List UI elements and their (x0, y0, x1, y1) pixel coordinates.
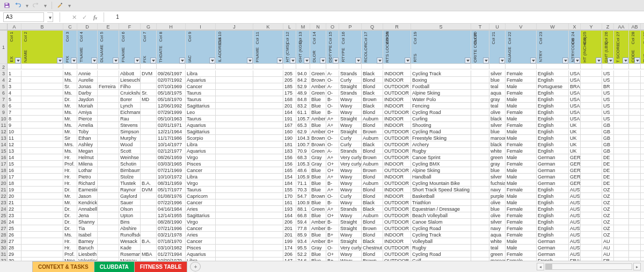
data-cell[interactable]: GB (602, 135, 614, 141)
data-cell[interactable]: DE (602, 154, 614, 161)
data-cell[interactable] (581, 161, 602, 167)
data-cell[interactable]: A- (326, 148, 339, 154)
data-cell[interactable]: UK (569, 122, 581, 128)
column-header[interactable]: L (283, 24, 296, 30)
data-cell[interactable] (141, 148, 157, 154)
data-cell[interactable] (614, 161, 629, 167)
data-cell[interactable] (141, 135, 157, 141)
data-cell[interactable]: 105.7 (296, 116, 310, 122)
data-cell[interactable]: Helmut (77, 154, 98, 161)
data-cell[interactable]: Moreau (119, 257, 141, 261)
data-cell[interactable] (216, 206, 253, 212)
data-cell[interactable] (21, 90, 63, 96)
column-header[interactable]: Z (602, 24, 614, 30)
data-cell[interactable]: Alpine Skiing (411, 167, 471, 174)
filter-icon[interactable] (608, 58, 613, 63)
data-cell[interactable]: Rugby (411, 148, 471, 154)
data-cell[interactable]: blue (489, 167, 506, 174)
data-cell[interactable] (98, 154, 119, 161)
field-header[interactable]: Col 10IL ADDRESS (216, 31, 253, 64)
data-cell[interactable] (581, 206, 602, 212)
data-cell[interactable] (614, 154, 629, 161)
filter-icon[interactable] (530, 58, 536, 63)
data-cell[interactable] (581, 257, 602, 261)
data-cell[interactable]: Aquarius (186, 251, 216, 257)
data-cell[interactable]: teal (489, 103, 506, 109)
data-cell[interactable]: Blond (362, 77, 383, 83)
data-cell[interactable] (629, 128, 641, 135)
data-cell[interactable] (98, 96, 119, 103)
data-cell[interactable]: AUSTRIA (569, 251, 581, 257)
data-cell[interactable] (471, 154, 489, 161)
data-cell[interactable]: Blond (362, 109, 383, 116)
data-cell[interactable]: Male (506, 116, 537, 122)
field-header[interactable]: Col 1EX (8, 31, 21, 64)
data-cell[interactable]: Blond (362, 193, 383, 199)
data-cell[interactable]: INDOOR (383, 103, 411, 109)
column-header[interactable]: G (141, 24, 157, 30)
data-cell[interactable]: Isabel (77, 232, 98, 238)
data-cell[interactable]: Moriah (77, 103, 98, 109)
field-header[interactable]: Col 29TUS (641, 31, 644, 64)
data-cell[interactable]: Cancer (186, 83, 216, 90)
data-cell[interactable] (471, 251, 489, 257)
data-cell[interactable] (98, 148, 119, 154)
data-cell[interactable] (581, 174, 602, 180)
data-cell[interactable]: AUSTRALIA (569, 232, 581, 238)
data-cell[interactable]: OUTDOOR (383, 257, 411, 261)
data-cell[interactable] (98, 238, 119, 245)
data-cell[interactable]: Basketball (411, 193, 471, 199)
data-cell[interactable]: AUSTRIA (569, 245, 581, 251)
data-cell[interactable]: 84.2 (296, 77, 310, 83)
data-cell[interactable]: Ms. (63, 90, 77, 96)
tab-context-tasks[interactable]: CONTEXT & TASKS (32, 261, 94, 273)
data-cell[interactable] (471, 219, 489, 225)
data-cell[interactable]: OUTDOOR (383, 135, 411, 141)
data-cell[interactable]: 11/17/1986 (157, 135, 186, 141)
data-cell[interactable] (629, 109, 641, 116)
data-cell[interactable]: 206 (283, 219, 296, 225)
data-cell[interactable]: Female (506, 206, 537, 212)
data-cell[interactable] (581, 212, 602, 219)
data-cell[interactable]: Auburn (362, 212, 383, 219)
data-cell[interactable]: 94.0 (296, 70, 310, 77)
data-cell[interactable]: 164 (283, 212, 296, 219)
data-cell[interactable]: DVM (141, 70, 157, 77)
data-cell[interactable]: US (602, 90, 614, 96)
data-cell[interactable]: 105.3 (296, 161, 310, 167)
data-cell[interactable] (253, 103, 283, 109)
data-cell[interactable]: Liesbeth (77, 251, 98, 257)
data-cell[interactable]: OUTDOOR (383, 206, 411, 212)
column-header[interactable]: O (326, 24, 339, 30)
data-cell[interactable]: 164 (283, 109, 296, 116)
field-header[interactable]: Col 15DDTYPE (326, 31, 339, 64)
data-cell[interactable] (141, 199, 157, 206)
data-cell[interactable]: Stolze (119, 174, 141, 180)
data-cell[interactable]: AU (602, 245, 614, 251)
data-cell[interactable] (581, 245, 602, 251)
data-cell[interactable]: Golf (411, 257, 471, 261)
data-cell[interactable]: GERMANY (569, 161, 581, 167)
data-cell[interactable] (216, 251, 253, 257)
data-cell[interactable]: Richard (77, 180, 98, 187)
data-cell[interactable]: English (537, 199, 569, 206)
data-cell[interactable]: 59.4 (296, 219, 310, 225)
data-cell[interactable]: 19 (8, 187, 21, 193)
data-cell[interactable] (614, 219, 629, 225)
filter-icon[interactable] (634, 58, 640, 63)
data-cell[interactable]: Blue (310, 251, 326, 257)
data-cell[interactable]: silver (489, 174, 506, 180)
data-cell[interactable]: OUTDOOR (383, 83, 411, 90)
data-cell[interactable] (471, 232, 489, 238)
data-cell[interactable] (614, 167, 629, 174)
data-cell[interactable]: Hr. (63, 238, 77, 245)
data-cell[interactable]: Green (310, 148, 326, 154)
data-cell[interactable] (581, 180, 602, 187)
field-header[interactable]: Col 13GHT (KGS) (296, 31, 310, 64)
filter-icon[interactable] (57, 58, 63, 63)
data-cell[interactable]: 09/26/1997 (157, 70, 186, 77)
data-cell[interactable]: green (489, 154, 506, 161)
data-cell[interactable] (471, 212, 489, 219)
data-cell[interactable]: English (537, 232, 569, 238)
data-cell[interactable]: A+ (326, 206, 339, 212)
